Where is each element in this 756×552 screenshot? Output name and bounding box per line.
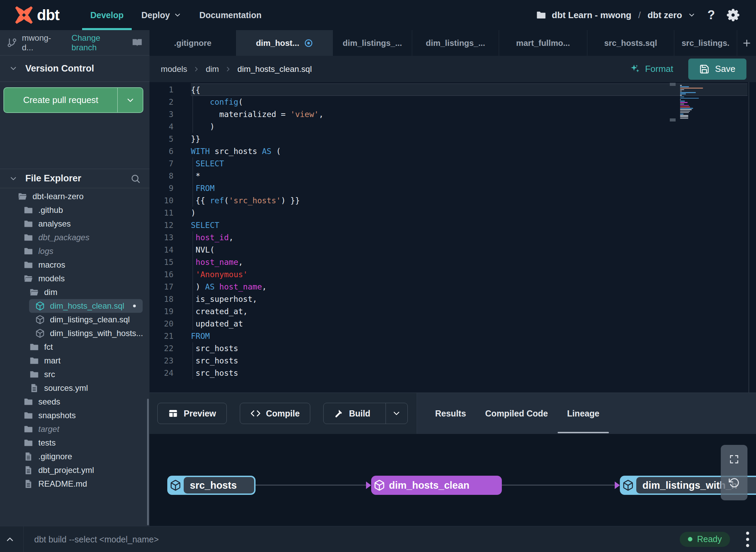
tree-item-analyses[interactable]: analyses [0, 217, 149, 231]
code-line-9[interactable]: FROM [191, 182, 747, 194]
tree-item-target[interactable]: target [0, 422, 149, 436]
kebab-menu-icon[interactable] [746, 531, 749, 547]
code-token: src_hosts [191, 356, 238, 365]
code-line-6[interactable]: WITH src_hosts AS ( [191, 145, 747, 157]
tab-dim-host-[interactable]: dim_host... [236, 30, 333, 56]
create-pull-request-label[interactable]: Create pull request [4, 88, 117, 112]
tree-item-dbt-learn-zero[interactable]: dbt-learn-zero [0, 190, 149, 203]
build-dropdown-toggle[interactable] [386, 403, 407, 424]
tree-item-readme-md[interactable]: README.md [0, 477, 149, 491]
format-button[interactable]: Format [629, 64, 673, 75]
tree-item-dim[interactable]: dim [0, 285, 149, 299]
code-line-18[interactable]: is_superhost, [191, 293, 747, 305]
tree-item-dim-listings-with-hosts-[interactable]: dim_listings_with_hosts... [0, 326, 149, 340]
tab-dim-listings-[interactable]: dim_listings_... [412, 30, 499, 56]
code-line-19[interactable]: created_at, [191, 305, 747, 318]
file-explorer-header[interactable]: File Explorer [0, 169, 149, 188]
save-button[interactable]: Save [688, 59, 746, 80]
tree-item-macros[interactable]: macros [0, 258, 149, 272]
tree-item-mart[interactable]: mart [0, 354, 149, 368]
code-line-7[interactable]: SELECT [191, 157, 747, 170]
tree-item-dbt-packages[interactable]: dbt_packages [0, 231, 149, 244]
refresh-icon[interactable] [728, 477, 740, 489]
nav-item-deploy[interactable]: Deploy [132, 0, 190, 30]
code-line-8[interactable]: * [191, 170, 747, 182]
tree-item-dim-listings-clean-sql[interactable]: dim_listings_clean.sql [0, 313, 149, 326]
code-lines[interactable]: {{ config( materialized = 'view', )}}WIT… [191, 84, 747, 379]
code-line-11[interactable]: ) [191, 207, 747, 219]
lineage-canvas[interactable]: src_hostsdim_hosts_cleandim_listings_wit… [149, 434, 756, 526]
dbt-logo[interactable]: dbt [14, 5, 81, 25]
code-line-2[interactable]: config( [191, 96, 747, 108]
tree-item-logs[interactable]: logs [0, 244, 149, 258]
tree-item-label: fct [44, 342, 53, 352]
tree-item-fct[interactable]: fct [0, 340, 149, 354]
code-line-21[interactable]: FROM [191, 330, 747, 342]
change-branch-link[interactable]: Change branch [71, 33, 127, 52]
code-line-20[interactable]: updated_at [191, 318, 747, 330]
tree-item--gitignore[interactable]: .gitignore [0, 450, 149, 463]
tab-mart-fullmo-[interactable]: mart_fullmo... [499, 30, 587, 56]
code-line-17[interactable]: ) AS host_name, [191, 281, 747, 293]
folder-open-icon [18, 192, 27, 201]
code-line-14[interactable]: NVL( [191, 244, 747, 256]
tree-item-seeds[interactable]: seeds [0, 395, 149, 409]
build-main[interactable]: Build [324, 403, 380, 424]
code-editor[interactable]: 123456789101112131415161718192021222324 … [149, 82, 756, 393]
panel-tab-compiled-code[interactable]: Compiled Code [485, 393, 548, 434]
breadcrumb-dim[interactable]: dim [206, 64, 219, 74]
code-line-24[interactable]: src_hosts [191, 367, 747, 379]
chevron-up-icon[interactable] [5, 534, 15, 544]
nav-item-develop[interactable]: Develop [81, 0, 132, 30]
sidebar-scrollbar[interactable] [147, 399, 149, 525]
lineage-node-src_hosts[interactable]: src_hosts [167, 476, 256, 495]
code-line-13[interactable]: host_id, [191, 231, 747, 244]
workspace-picker[interactable]: dbt Learn - mwong / dbt zero [536, 10, 696, 21]
tab-dim-listings-[interactable]: dim_listings_... [333, 30, 412, 56]
create-pull-request-button[interactable]: Create pull request [3, 87, 143, 113]
code-line-23[interactable]: src_hosts [191, 355, 747, 367]
breadcrumb-models[interactable]: models [161, 64, 187, 74]
code-line-3[interactable]: materialized = 'view', [191, 108, 747, 120]
command-input[interactable]: dbt build --select <model_name> [34, 534, 159, 544]
indent-guide-icon [193, 293, 193, 305]
code-line-15[interactable]: host_name, [191, 256, 747, 268]
tab-src-hosts-sql[interactable]: src_hosts.sql [587, 30, 674, 56]
nav-item-documentation[interactable]: Documentation [191, 0, 271, 30]
lineage-node-dim_hosts_clean[interactable]: dim_hosts_clean [371, 476, 502, 495]
panel-tab-results[interactable]: Results [435, 393, 466, 434]
code-line-5[interactable]: }} [191, 133, 747, 145]
tab--gitignore[interactable]: .gitignore [149, 30, 236, 56]
tree-item-src[interactable]: src [0, 368, 149, 381]
build-button[interactable]: Build [323, 403, 408, 424]
compile-button[interactable]: Compile [240, 403, 311, 424]
panel-tab-lineage[interactable]: Lineage [567, 393, 599, 434]
minimap[interactable] [680, 85, 707, 123]
tree-item-dbt-project-yml[interactable]: dbt_project.yml [0, 463, 149, 477]
tree-item-snapshots[interactable]: snapshots [0, 409, 149, 422]
tree-item-sources-yml[interactable]: sources.yml [0, 381, 149, 395]
preview-button[interactable]: Preview [157, 403, 227, 424]
code-line-12[interactable]: SELECT [191, 219, 747, 231]
code-line-1[interactable]: {{ [191, 84, 747, 96]
tree-item-models[interactable]: models [0, 272, 149, 285]
gear-icon[interactable] [727, 9, 740, 22]
tree-item--github[interactable]: .github [0, 203, 149, 217]
fullscreen-icon[interactable] [729, 454, 740, 465]
tree-item-tests[interactable]: tests [0, 436, 149, 450]
tab-src-listings-[interactable]: src_listings. [674, 30, 737, 56]
code-line-16[interactable]: 'Anonymous' [191, 268, 747, 281]
code-line-4[interactable]: ) [191, 120, 747, 133]
search-icon[interactable] [130, 174, 141, 184]
editor-scrollbar[interactable] [748, 82, 749, 393]
version-control-header[interactable]: Version Control [0, 55, 149, 82]
code-token [191, 184, 196, 193]
docs-book-icon[interactable] [132, 37, 143, 48]
new-tab-button[interactable] [737, 30, 756, 56]
tree-item-dim-hosts-clean-sql[interactable]: dim_hosts_clean.sql [29, 299, 143, 313]
code-line-22[interactable]: src_hosts [191, 342, 747, 355]
help-button[interactable]: ? [707, 8, 715, 22]
code-line-10[interactable]: {{ ref('src_hosts') }} [191, 194, 747, 207]
folder-open-icon [29, 287, 39, 297]
pr-dropdown-toggle[interactable] [117, 88, 143, 112]
